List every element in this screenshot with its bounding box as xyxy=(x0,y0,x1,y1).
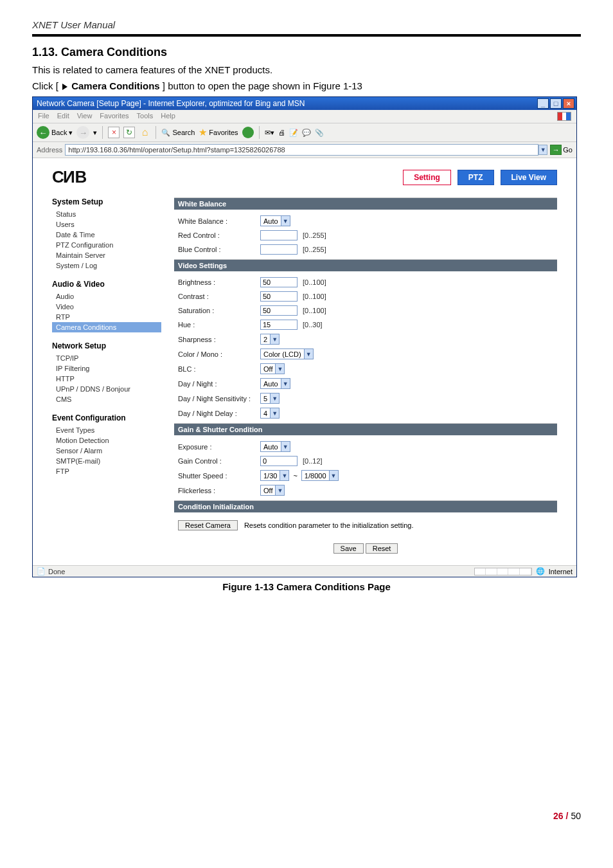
sidebar-item-tcpip[interactable]: TCP/IP xyxy=(52,353,161,363)
tab-live-view[interactable]: Live View xyxy=(501,170,557,185)
menu-tools[interactable]: Tools xyxy=(137,112,154,121)
figure-caption: Figure 1-13 Camera Conditions Page xyxy=(32,581,581,592)
sidebar-item-ipfilter[interactable]: IP Filtering xyxy=(52,363,161,374)
sidebar-item-camera-conditions[interactable]: Camera Conditions xyxy=(52,322,161,332)
research-icon[interactable]: 📎 xyxy=(315,129,324,137)
play-icon xyxy=(62,84,67,90)
address-dropdown-icon[interactable]: ▼ xyxy=(538,145,547,155)
chevron-down-icon: ▼ xyxy=(280,471,289,480)
menu-help[interactable]: Help xyxy=(161,112,175,121)
sidebar-item-status[interactable]: Status xyxy=(52,209,161,219)
page-footer: 26 / 50 xyxy=(32,811,581,821)
select-sharpness[interactable]: 2▼ xyxy=(260,334,280,345)
search-button[interactable]: 🔍 Search xyxy=(161,129,195,137)
sidebar-item-ptz-config[interactable]: PTZ Configuration xyxy=(52,240,161,250)
sidebar-item-upnp[interactable]: UPnP / DDNS / Bonjour xyxy=(52,384,161,394)
sidebar-item-sensor[interactable]: Sensor / Alarm xyxy=(52,446,161,456)
sidebar-title-av: Audio & Video xyxy=(52,280,161,289)
header-rule xyxy=(32,34,581,37)
sidebar-item-event-types[interactable]: Event Types xyxy=(52,425,161,435)
brand-logo: CNB xyxy=(52,167,86,187)
sidebar-title-event: Event Configuration xyxy=(52,413,161,422)
select-exposure[interactable]: Auto▼ xyxy=(260,441,290,452)
label-dn-sensitivity: Day / Night Sensitivity : xyxy=(178,395,260,402)
refresh-icon[interactable]: ↻ xyxy=(123,127,135,138)
chevron-down-icon: ▼ xyxy=(270,408,279,418)
print-icon[interactable]: 🖨 xyxy=(278,129,285,136)
range-contrast: [0..100] xyxy=(303,293,326,300)
window-title: Network Camera [Setup Page] - Internet E… xyxy=(35,99,537,108)
tab-ptz[interactable]: PTZ xyxy=(458,170,494,185)
menu-bar: File Edit View Favorites Tools Help xyxy=(33,110,576,123)
history-icon[interactable] xyxy=(242,127,254,138)
input-saturation[interactable] xyxy=(260,305,298,316)
chevron-down-icon: ▼ xyxy=(304,349,313,359)
go-button[interactable]: → xyxy=(550,145,562,155)
sidebar-item-date-time[interactable]: Date & Time xyxy=(52,230,161,240)
menu-edit[interactable]: Edit xyxy=(57,112,69,121)
flag-icon xyxy=(557,112,571,121)
browser-window: Network Camera [Setup Page] - Internet E… xyxy=(32,96,577,577)
label-blc: BLC : xyxy=(178,365,260,373)
select-blc[interactable]: Off▼ xyxy=(260,363,285,374)
input-gain-control[interactable] xyxy=(260,456,298,466)
back-button[interactable]: ←Back ▾ xyxy=(37,126,73,139)
select-colormono[interactable]: Color (LCD)▼ xyxy=(260,348,314,359)
sidebar-item-http[interactable]: HTTP xyxy=(52,374,161,384)
discuss-icon[interactable]: 💬 xyxy=(302,129,311,137)
sidebar-item-users[interactable]: Users xyxy=(52,219,161,230)
form-area: White Balance White Balance : Auto▼ Red … xyxy=(174,197,557,560)
sidebar-item-smtp[interactable]: SMTP(E-mail) xyxy=(52,456,161,466)
favorites-button[interactable]: ★Favorites xyxy=(199,127,238,138)
toolbar: ←Back ▾ → ▾ × ↻ ⌂ 🔍 Search ★Favorites ✉▾… xyxy=(33,123,576,142)
menu-view[interactable]: View xyxy=(77,112,93,121)
input-hue[interactable] xyxy=(260,320,298,330)
stop-icon[interactable]: × xyxy=(108,127,120,138)
sidebar-item-video[interactable]: Video xyxy=(52,302,161,312)
input-brightness[interactable] xyxy=(260,277,298,287)
address-bar: Address ▼ → Go xyxy=(33,142,576,158)
address-label: Address xyxy=(37,146,62,154)
sidebar-item-syslog[interactable]: System / Log xyxy=(52,260,161,271)
label-sharpness: Sharpness : xyxy=(178,336,260,343)
progress-bar xyxy=(474,568,532,575)
chevron-down-icon: ▼ xyxy=(281,442,290,451)
close-icon[interactable]: × xyxy=(563,98,574,109)
sidebar-item-rtp[interactable]: RTP xyxy=(52,312,161,322)
label-red-control: Red Control : xyxy=(178,231,260,239)
select-dn-sensitivity[interactable]: 5▼ xyxy=(260,393,280,404)
edit-icon[interactable]: 📝 xyxy=(289,129,298,137)
select-shutter-min[interactable]: 1/30▼ xyxy=(260,470,289,481)
shutter-sep: ~ xyxy=(293,472,297,480)
sidebar-item-maintain[interactable]: Maintain Server xyxy=(52,250,161,260)
input-blue-control[interactable] xyxy=(260,244,298,255)
mail-icon[interactable]: ✉▾ xyxy=(265,129,274,137)
sidebar-item-motion[interactable]: Motion Detection xyxy=(52,435,161,446)
section-gain-shutter: Gain & Shutter Condition xyxy=(174,424,557,435)
reset-button[interactable]: Reset xyxy=(366,543,398,554)
sidebar-item-ftp[interactable]: FTP xyxy=(52,466,161,476)
go-label: Go xyxy=(563,146,573,154)
sidebar-item-cms[interactable]: CMS xyxy=(52,394,161,404)
sidebar-item-audio[interactable]: Audio xyxy=(52,291,161,302)
tab-setting[interactable]: Setting xyxy=(403,170,451,185)
menu-favorites[interactable]: Favorites xyxy=(100,112,129,121)
status-zone: Internet xyxy=(549,568,573,575)
address-input[interactable] xyxy=(65,144,538,156)
save-button[interactable]: Save xyxy=(333,543,364,554)
intro-text: This is related to camera features of th… xyxy=(32,64,581,75)
select-flickerless[interactable]: Off▼ xyxy=(260,485,285,496)
select-white-balance[interactable]: Auto▼ xyxy=(260,215,290,226)
range-gain: [0..12] xyxy=(303,457,323,465)
select-shutter-max[interactable]: 1/8000▼ xyxy=(301,470,339,481)
select-daynight[interactable]: Auto▼ xyxy=(260,378,290,389)
input-contrast[interactable] xyxy=(260,291,298,302)
minimize-icon[interactable]: _ xyxy=(537,98,549,109)
input-red-control[interactable] xyxy=(260,230,298,240)
menu-file[interactable]: File xyxy=(38,112,49,121)
reset-camera-button[interactable]: Reset Camera xyxy=(178,520,238,530)
forward-button[interactable]: → xyxy=(76,126,89,139)
home-icon[interactable]: ⌂ xyxy=(139,127,150,138)
maximize-icon[interactable]: □ xyxy=(550,98,562,109)
select-dn-delay[interactable]: 4▼ xyxy=(260,408,280,419)
